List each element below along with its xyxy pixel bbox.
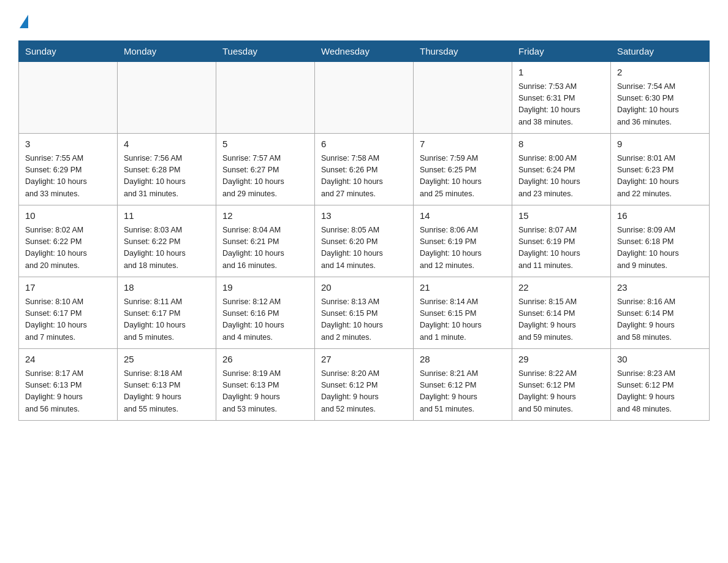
day-info: Sunrise: 8:04 AM Sunset: 6:21 PM Dayligh…	[222, 224, 308, 272]
calendar-cell: 5Sunrise: 7:57 AM Sunset: 6:27 PM Daylig…	[216, 134, 315, 205]
day-number: 10	[25, 209, 111, 223]
day-info: Sunrise: 7:59 AM Sunset: 6:25 PM Dayligh…	[420, 153, 506, 201]
day-info: Sunrise: 8:02 AM Sunset: 6:22 PM Dayligh…	[25, 224, 111, 272]
calendar-cell: 26Sunrise: 8:19 AM Sunset: 6:13 PM Dayli…	[216, 349, 315, 421]
calendar-cell: 17Sunrise: 8:10 AM Sunset: 6:17 PM Dayli…	[19, 277, 118, 349]
calendar-cell	[19, 62, 118, 134]
calendar-cell: 13Sunrise: 8:05 AM Sunset: 6:20 PM Dayli…	[315, 205, 414, 277]
calendar-cell: 30Sunrise: 8:23 AM Sunset: 6:12 PM Dayli…	[611, 349, 710, 421]
calendar-cell	[414, 62, 512, 134]
day-number: 30	[617, 353, 703, 367]
calendar-cell	[216, 62, 315, 134]
calendar-cell: 24Sunrise: 8:17 AM Sunset: 6:13 PM Dayli…	[19, 349, 118, 421]
calendar-cell: 28Sunrise: 8:21 AM Sunset: 6:12 PM Dayli…	[414, 349, 512, 421]
day-info: Sunrise: 8:06 AM Sunset: 6:19 PM Dayligh…	[420, 224, 506, 272]
calendar-cell: 4Sunrise: 7:56 AM Sunset: 6:28 PM Daylig…	[118, 134, 216, 205]
day-info: Sunrise: 8:21 AM Sunset: 6:12 PM Dayligh…	[420, 368, 506, 416]
calendar-cell: 8Sunrise: 8:00 AM Sunset: 6:24 PM Daylig…	[512, 134, 611, 205]
calendar-cell: 29Sunrise: 8:22 AM Sunset: 6:12 PM Dayli…	[512, 349, 611, 421]
day-number: 17	[25, 281, 111, 295]
calendar-cell: 15Sunrise: 8:07 AM Sunset: 6:19 PM Dayli…	[512, 205, 611, 277]
day-info: Sunrise: 8:23 AM Sunset: 6:12 PM Dayligh…	[617, 368, 703, 416]
day-info: Sunrise: 8:11 AM Sunset: 6:17 PM Dayligh…	[124, 296, 210, 344]
day-number: 3	[25, 137, 111, 151]
calendar-week-row: 1Sunrise: 7:53 AM Sunset: 6:31 PM Daylig…	[19, 62, 710, 134]
day-number: 12	[222, 209, 308, 223]
day-number: 16	[617, 209, 703, 223]
calendar-cell: 1Sunrise: 7:53 AM Sunset: 6:31 PM Daylig…	[512, 62, 611, 134]
weekday-header-tuesday: Tuesday	[216, 41, 315, 62]
day-info: Sunrise: 8:19 AM Sunset: 6:13 PM Dayligh…	[222, 368, 308, 416]
calendar-cell: 10Sunrise: 8:02 AM Sunset: 6:22 PM Dayli…	[19, 205, 118, 277]
day-number: 25	[124, 353, 210, 367]
calendar-cell: 22Sunrise: 8:15 AM Sunset: 6:14 PM Dayli…	[512, 277, 611, 349]
day-number: 8	[518, 137, 604, 151]
day-number: 22	[518, 281, 604, 295]
calendar-cell: 25Sunrise: 8:18 AM Sunset: 6:13 PM Dayli…	[118, 349, 216, 421]
day-number: 23	[617, 281, 703, 295]
calendar-cell	[118, 62, 216, 134]
day-info: Sunrise: 8:14 AM Sunset: 6:15 PM Dayligh…	[420, 296, 506, 344]
day-number: 15	[518, 209, 604, 223]
calendar-week-row: 24Sunrise: 8:17 AM Sunset: 6:13 PM Dayli…	[19, 349, 710, 421]
day-info: Sunrise: 8:00 AM Sunset: 6:24 PM Dayligh…	[518, 153, 604, 201]
day-info: Sunrise: 8:20 AM Sunset: 6:12 PM Dayligh…	[321, 368, 407, 416]
day-number: 18	[124, 281, 210, 295]
calendar-cell: 3Sunrise: 7:55 AM Sunset: 6:29 PM Daylig…	[19, 134, 118, 205]
day-number: 28	[420, 353, 506, 367]
calendar-cell: 20Sunrise: 8:13 AM Sunset: 6:15 PM Dayli…	[315, 277, 414, 349]
calendar-cell: 12Sunrise: 8:04 AM Sunset: 6:21 PM Dayli…	[216, 205, 315, 277]
day-number: 2	[617, 66, 703, 80]
day-number: 20	[321, 281, 407, 295]
day-number: 5	[222, 137, 308, 151]
calendar-cell: 9Sunrise: 8:01 AM Sunset: 6:23 PM Daylig…	[611, 134, 710, 205]
day-number: 11	[124, 209, 210, 223]
day-number: 19	[222, 281, 308, 295]
logo	[18, 12, 28, 28]
day-number: 14	[420, 209, 506, 223]
day-info: Sunrise: 8:18 AM Sunset: 6:13 PM Dayligh…	[124, 368, 210, 416]
calendar-cell: 27Sunrise: 8:20 AM Sunset: 6:12 PM Dayli…	[315, 349, 414, 421]
calendar-week-row: 10Sunrise: 8:02 AM Sunset: 6:22 PM Dayli…	[19, 205, 710, 277]
calendar-week-row: 3Sunrise: 7:55 AM Sunset: 6:29 PM Daylig…	[19, 134, 710, 205]
day-number: 4	[124, 137, 210, 151]
calendar-cell: 19Sunrise: 8:12 AM Sunset: 6:16 PM Dayli…	[216, 277, 315, 349]
day-info: Sunrise: 8:09 AM Sunset: 6:18 PM Dayligh…	[617, 224, 703, 272]
logo-triangle-icon	[20, 15, 28, 28]
day-info: Sunrise: 7:53 AM Sunset: 6:31 PM Dayligh…	[518, 81, 604, 129]
day-info: Sunrise: 8:01 AM Sunset: 6:23 PM Dayligh…	[617, 153, 703, 201]
calendar-cell	[315, 62, 414, 134]
day-info: Sunrise: 7:54 AM Sunset: 6:30 PM Dayligh…	[617, 81, 703, 129]
calendar-cell: 14Sunrise: 8:06 AM Sunset: 6:19 PM Dayli…	[414, 205, 512, 277]
day-info: Sunrise: 8:03 AM Sunset: 6:22 PM Dayligh…	[124, 224, 210, 272]
weekday-header-monday: Monday	[118, 41, 216, 62]
day-info: Sunrise: 8:12 AM Sunset: 6:16 PM Dayligh…	[222, 296, 308, 344]
day-number: 9	[617, 137, 703, 151]
day-info: Sunrise: 8:22 AM Sunset: 6:12 PM Dayligh…	[518, 368, 604, 416]
day-number: 21	[420, 281, 506, 295]
calendar-cell: 11Sunrise: 8:03 AM Sunset: 6:22 PM Dayli…	[118, 205, 216, 277]
day-info: Sunrise: 8:07 AM Sunset: 6:19 PM Dayligh…	[518, 224, 604, 272]
calendar-cell: 6Sunrise: 7:58 AM Sunset: 6:26 PM Daylig…	[315, 134, 414, 205]
calendar-table: SundayMondayTuesdayWednesdayThursdayFrid…	[18, 40, 710, 421]
day-number: 29	[518, 353, 604, 367]
calendar-cell: 21Sunrise: 8:14 AM Sunset: 6:15 PM Dayli…	[414, 277, 512, 349]
day-number: 7	[420, 137, 506, 151]
day-number: 26	[222, 353, 308, 367]
day-info: Sunrise: 8:05 AM Sunset: 6:20 PM Dayligh…	[321, 224, 407, 272]
calendar-week-row: 17Sunrise: 8:10 AM Sunset: 6:17 PM Dayli…	[19, 277, 710, 349]
calendar-cell: 23Sunrise: 8:16 AM Sunset: 6:14 PM Dayli…	[611, 277, 710, 349]
day-number: 27	[321, 353, 407, 367]
calendar-cell: 16Sunrise: 8:09 AM Sunset: 6:18 PM Dayli…	[611, 205, 710, 277]
day-info: Sunrise: 7:56 AM Sunset: 6:28 PM Dayligh…	[124, 153, 210, 201]
day-number: 13	[321, 209, 407, 223]
day-number: 1	[518, 66, 604, 80]
calendar-cell: 2Sunrise: 7:54 AM Sunset: 6:30 PM Daylig…	[611, 62, 710, 134]
day-info: Sunrise: 7:58 AM Sunset: 6:26 PM Dayligh…	[321, 153, 407, 201]
day-number: 6	[321, 137, 407, 151]
day-info: Sunrise: 8:17 AM Sunset: 6:13 PM Dayligh…	[25, 368, 111, 416]
page-header	[18, 12, 710, 28]
weekday-header-wednesday: Wednesday	[315, 41, 414, 62]
weekday-header-thursday: Thursday	[414, 41, 512, 62]
day-info: Sunrise: 8:15 AM Sunset: 6:14 PM Dayligh…	[518, 296, 604, 344]
